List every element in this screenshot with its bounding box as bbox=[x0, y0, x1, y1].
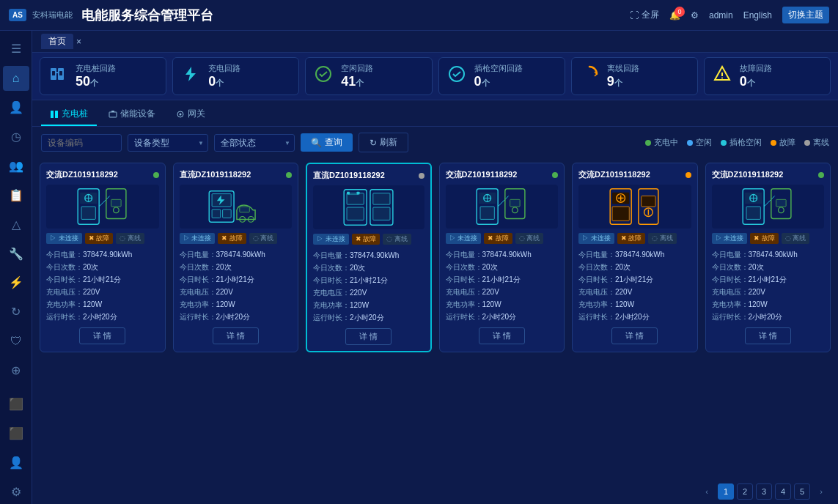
fullscreen-icon: ⛶ bbox=[630, 10, 639, 21]
tag-fault-1: ✖ 故障 bbox=[218, 233, 246, 244]
device-code-input[interactable] bbox=[41, 134, 122, 152]
page-5[interactable]: 5 bbox=[794, 483, 810, 500]
doc-icon: 📋 bbox=[9, 188, 23, 202]
switch-theme-button[interactable]: 切换主题 bbox=[782, 7, 829, 23]
shield-icon: 🛡 bbox=[10, 335, 22, 348]
sidebar-item-home[interactable]: ⌂ bbox=[3, 66, 29, 91]
device-type-select[interactable]: 设备类型 bbox=[128, 134, 208, 152]
plus-icon: ⊕ bbox=[11, 363, 21, 377]
sidebar-item-doc[interactable]: 📋 bbox=[3, 182, 29, 207]
sidebar-item-box2[interactable]: ⬛ bbox=[3, 420, 29, 445]
settings-icon[interactable]: ⚙ bbox=[691, 10, 699, 21]
page-4[interactable]: 4 bbox=[775, 483, 791, 500]
legend-offline: 离线 bbox=[804, 137, 829, 148]
sidebar-item-clock[interactable]: ◷ bbox=[3, 125, 29, 149]
card-header-0: 交流DZ1019118292 bbox=[46, 169, 159, 180]
device-card-1[interactable]: 直流DZ1019118292 bbox=[173, 163, 299, 352]
page-prev[interactable]: ‹ bbox=[699, 483, 715, 500]
svg-rect-38 bbox=[356, 192, 359, 195]
legend-gun-idle: 插枪空闲 bbox=[721, 137, 762, 148]
card-title-1: 直流DZ1019118292 bbox=[180, 169, 251, 180]
tag-fault-4: ✖ 故障 bbox=[617, 233, 646, 244]
page-2[interactable]: 2 bbox=[737, 483, 753, 500]
sidebar-item-box1[interactable]: ⬛ bbox=[3, 392, 29, 417]
refresh-button[interactable]: ↻ 刷新 bbox=[359, 133, 408, 152]
sidebar-item-refresh[interactable]: ↻ bbox=[3, 300, 29, 325]
card-tags-1: ▷ 未连接 ✖ 故障 ◌ 离线 bbox=[180, 233, 293, 244]
breadcrumb: 首页 × bbox=[32, 31, 838, 53]
tag-fault-2: ✖ 故障 bbox=[352, 234, 381, 245]
legend-fault: 故障 bbox=[771, 137, 795, 148]
svg-point-53 bbox=[512, 207, 518, 213]
tab-gateway[interactable]: 网关 bbox=[167, 105, 214, 126]
detail-button-5[interactable]: 详 情 bbox=[745, 327, 791, 344]
tag-unconnected-1: ▷ 未连接 bbox=[180, 233, 216, 244]
card-stats-1: 今日电量：378474.90kWh 今日次数：20次 今日时长：21小时21分 … bbox=[180, 248, 293, 323]
stat-label-2: 空闲回路 bbox=[341, 63, 373, 74]
detail-button-3[interactable]: 详 情 bbox=[479, 327, 525, 344]
card-status-2 bbox=[419, 173, 424, 179]
svg-rect-14 bbox=[111, 111, 114, 112]
sidebar-item-user[interactable]: 👤 bbox=[3, 95, 29, 120]
detail-button-4[interactable]: 详 情 bbox=[611, 327, 658, 344]
sidebar-item-wrench[interactable]: 🔧 bbox=[3, 241, 29, 266]
page-next[interactable]: › bbox=[813, 483, 829, 500]
tab-energy-storage[interactable]: 储能设备 bbox=[100, 105, 164, 126]
sidebar-item-profile[interactable]: 👤 bbox=[3, 450, 29, 475]
svg-point-10 bbox=[721, 78, 723, 79]
breadcrumb-close[interactable]: × bbox=[76, 37, 81, 47]
language-label[interactable]: English bbox=[743, 10, 772, 21]
card-title-4: 交流DZ1019118292 bbox=[578, 169, 650, 180]
breadcrumb-home[interactable]: 首页 bbox=[41, 34, 73, 49]
legend-dot-offline bbox=[804, 140, 810, 146]
fullscreen-button[interactable]: ⛶ 全屏 bbox=[630, 9, 659, 21]
device-card-5[interactable]: 交流DZ1019118292 bbox=[705, 163, 831, 352]
tag-offline-0: ◌ 离线 bbox=[116, 233, 144, 244]
header-right: ⛶ 全屏 🔔 0 ⚙ admin English 切换主题 bbox=[630, 7, 829, 23]
device-card-4[interactable]: 交流DZ1019118292 bbox=[572, 163, 698, 352]
tag-unconnected-5: ▷ 未连接 bbox=[712, 233, 748, 244]
card-stats-5: 今日电量：378474.90kWh 今日次数：20次 今日时长：21小时21分 … bbox=[712, 248, 825, 323]
detail-button-1[interactable]: 详 情 bbox=[213, 327, 259, 344]
page-3[interactable]: 3 bbox=[756, 483, 772, 500]
cards-area: 交流DZ1019118292 bbox=[32, 158, 838, 479]
stat-value-3: 0个 bbox=[474, 74, 523, 89]
device-card-3[interactable]: 交流DZ1019118292 bbox=[439, 163, 565, 352]
card-status-4 bbox=[686, 172, 691, 178]
device-card-0[interactable]: 交流DZ1019118292 bbox=[40, 163, 166, 352]
svg-rect-12 bbox=[55, 111, 58, 118]
sidebar-item-alert[interactable]: △ bbox=[3, 212, 29, 237]
legend-dot-idle bbox=[687, 140, 693, 146]
status-select[interactable]: 全部状态 bbox=[214, 134, 295, 152]
tag-unconnected-0: ▷ 未连接 bbox=[46, 233, 82, 244]
stat-label-5: 故障回路 bbox=[740, 63, 772, 74]
card-header-1: 直流DZ1019118292 bbox=[180, 169, 293, 180]
sidebar-item-plus[interactable]: ⊕ bbox=[3, 358, 29, 383]
stat-card-5: 故障回路 0个 bbox=[704, 57, 831, 95]
sidebar-item-power[interactable]: ⚡ bbox=[3, 270, 29, 295]
stats-row: 充电桩回路 50个 充电回路 0个 bbox=[32, 53, 838, 100]
sidebar-item-group[interactable]: 👥 bbox=[3, 154, 29, 179]
card-stats-4: 今日电量：378474.90kWh 今日次数：20次 今日时长：21小时21分 … bbox=[578, 248, 691, 323]
device-card-2[interactable]: 直流DZ1019118292 bbox=[306, 163, 432, 352]
card-tags-5: ▷ 未连接 ✖ 故障 ◌ 离线 bbox=[712, 233, 825, 244]
main-content: 首页 × 充电桩回路 50个 充电回 bbox=[32, 31, 838, 504]
card-status-1 bbox=[286, 172, 292, 178]
stat-info-3: 插枪空闲回路 0个 bbox=[474, 63, 523, 89]
legend-dot-gun-idle bbox=[721, 140, 727, 146]
page-1[interactable]: 1 bbox=[718, 483, 734, 500]
detail-button-2[interactable]: 详 情 bbox=[345, 328, 392, 345]
search-button[interactable]: 🔍 查询 bbox=[301, 133, 353, 152]
notification-bell[interactable]: 🔔 0 bbox=[669, 10, 680, 21]
detail-button-0[interactable]: 详 情 bbox=[79, 327, 125, 344]
svg-rect-59 bbox=[612, 207, 629, 220]
tab-charging-pile[interactable]: 充电桩 bbox=[41, 105, 97, 126]
sidebar-item-settings[interactable]: ⚙ bbox=[3, 479, 29, 504]
card-header-3: 交流DZ1019118292 bbox=[446, 169, 559, 180]
stat-value-2: 41个 bbox=[341, 74, 373, 89]
sidebar-item-shield[interactable]: 🛡 bbox=[3, 329, 29, 354]
bell-badge: 0 bbox=[675, 7, 685, 17]
sidebar-item-menu[interactable]: ☰ bbox=[3, 37, 29, 62]
card-status-5 bbox=[818, 172, 824, 178]
logo-subtext: 安科瑞电能 bbox=[32, 10, 73, 20]
